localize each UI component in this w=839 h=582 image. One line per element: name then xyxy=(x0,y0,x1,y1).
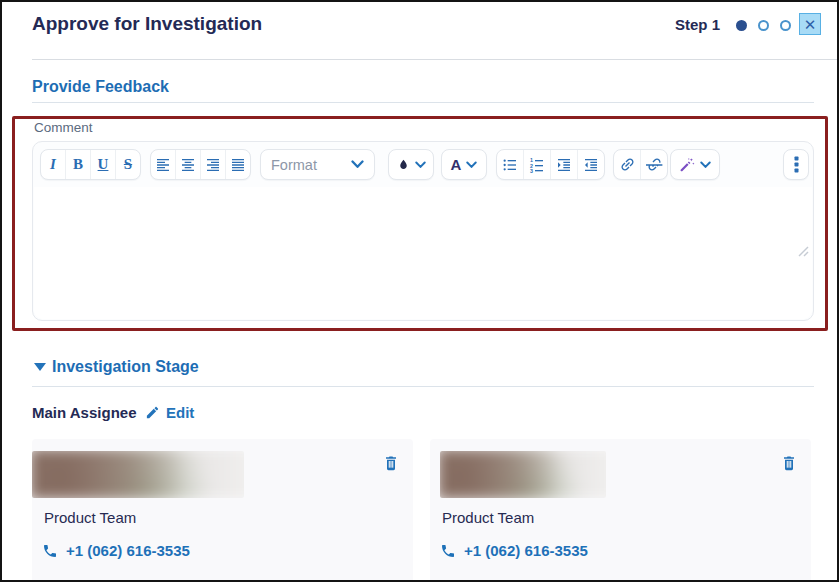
decrease-indent-icon xyxy=(583,157,599,173)
phone-number: +1 (062) 616-3535 xyxy=(464,542,588,559)
approve-investigation-modal: Approve for Investigation Step 1 ✕ Provi… xyxy=(0,0,839,582)
phone-icon xyxy=(440,543,456,559)
italic-button[interactable]: I xyxy=(41,150,65,179)
remove-link-icon xyxy=(646,156,663,173)
edit-assignee-link[interactable]: Edit xyxy=(145,404,194,421)
decrease-indent-button[interactable] xyxy=(577,150,604,179)
chevron-down-icon xyxy=(700,161,711,169)
bold-icon: B xyxy=(73,157,83,172)
close-button[interactable]: ✕ xyxy=(799,13,821,35)
insert-link-icon xyxy=(619,156,636,173)
increase-indent-icon xyxy=(556,157,572,173)
delete-assignee-button[interactable] xyxy=(781,454,797,476)
assignee-card: Product Team +1 (062) 616-3535 xyxy=(32,439,413,582)
section-divider xyxy=(32,102,814,103)
header-divider xyxy=(32,59,837,60)
more-options-icon xyxy=(794,156,799,173)
comment-rich-text-editor: I B U S Format xyxy=(32,141,814,321)
investigation-stage-heading: Investigation Stage xyxy=(52,358,199,376)
step-dot-3 xyxy=(780,20,791,31)
insert-link-button[interactable] xyxy=(614,150,640,179)
trash-icon xyxy=(781,454,797,472)
svg-text:3: 3 xyxy=(530,168,533,173)
numbered-list-icon: 123 xyxy=(529,157,545,173)
align-center-button[interactable] xyxy=(175,150,200,179)
align-center-icon xyxy=(180,157,196,173)
provide-feedback-heading: Provide Feedback xyxy=(32,78,169,96)
align-justify-icon xyxy=(230,157,246,173)
team-label: Product Team xyxy=(442,509,534,526)
alignment-group xyxy=(150,149,251,180)
phone-link[interactable]: +1 (062) 616-3535 xyxy=(440,542,588,559)
align-right-button[interactable] xyxy=(200,150,225,179)
link-group xyxy=(613,149,668,180)
phone-link[interactable]: +1 (062) 616-3535 xyxy=(42,542,190,559)
align-justify-button[interactable] xyxy=(225,150,250,179)
comment-textarea[interactable] xyxy=(34,187,812,319)
more-options-button[interactable] xyxy=(783,149,809,180)
bulleted-list-icon xyxy=(502,157,518,173)
text-color-dropdown[interactable] xyxy=(388,149,434,180)
align-left-icon xyxy=(155,157,171,173)
main-assignee-label: Main Assignee xyxy=(32,404,136,421)
magic-wand-icon xyxy=(679,157,695,173)
underline-button[interactable]: U xyxy=(90,150,115,179)
resize-grip[interactable] xyxy=(795,243,809,257)
format-dropdown-value: Format xyxy=(271,157,317,173)
chevron-down-icon xyxy=(351,160,364,169)
close-icon: ✕ xyxy=(804,17,817,32)
edit-link-label: Edit xyxy=(166,404,194,421)
step-dot-2 xyxy=(758,20,769,31)
step-indicator-label: Step 1 xyxy=(675,16,720,33)
italic-icon: I xyxy=(50,157,56,172)
section-divider xyxy=(32,386,814,387)
step-dot-1-active xyxy=(736,20,747,31)
font-color-icon: A xyxy=(451,156,462,173)
strikethrough-button[interactable]: S xyxy=(115,150,140,179)
strikethrough-icon: S xyxy=(124,157,132,172)
collapse-caret-icon[interactable] xyxy=(34,363,46,371)
redacted-name-image xyxy=(32,451,244,498)
font-color-dropdown[interactable]: A xyxy=(441,149,487,180)
increase-indent-button[interactable] xyxy=(550,150,577,179)
remove-link-button[interactable] xyxy=(640,150,667,179)
list-indent-group: 123 xyxy=(496,149,605,180)
text-style-group: I B U S xyxy=(40,149,141,180)
comment-field-label: Comment xyxy=(34,120,93,135)
bold-button[interactable]: B xyxy=(65,150,90,179)
underline-icon: U xyxy=(98,157,109,172)
delete-assignee-button[interactable] xyxy=(383,454,399,476)
assignee-card: Product Team +1 (062) 616-3535 xyxy=(430,439,811,582)
team-label: Product Team xyxy=(44,509,136,526)
format-dropdown[interactable]: Format xyxy=(260,149,375,180)
redacted-name-image xyxy=(440,451,606,498)
align-right-icon xyxy=(205,157,221,173)
phone-number: +1 (062) 616-3535 xyxy=(66,542,190,559)
format-painter-dropdown[interactable] xyxy=(670,149,720,180)
phone-icon xyxy=(42,543,58,559)
chevron-down-icon xyxy=(466,161,477,169)
align-left-button[interactable] xyxy=(151,150,175,179)
bulleted-list-button[interactable] xyxy=(497,150,523,179)
chevron-down-icon xyxy=(415,161,426,169)
page-title: Approve for Investigation xyxy=(32,13,262,35)
numbered-list-button[interactable]: 123 xyxy=(523,150,550,179)
trash-icon xyxy=(383,454,399,472)
pencil-icon xyxy=(145,405,160,420)
color-droplet-icon xyxy=(397,157,410,173)
